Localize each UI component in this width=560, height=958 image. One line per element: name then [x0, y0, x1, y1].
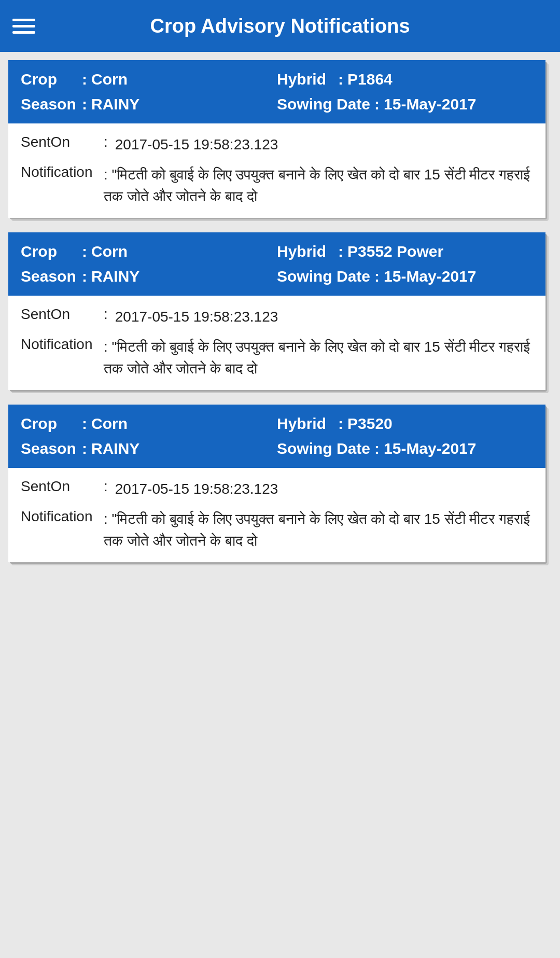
card-3-hybrid-value: P3520: [347, 415, 393, 433]
card-1-crop-field: Crop : Corn: [21, 71, 277, 88]
card-3-body: SentOn : 2017-05-15 19:58:23.123 Notific…: [8, 468, 545, 562]
card-1-sowing-sep: :: [374, 95, 380, 113]
card-1-hybrid-value: P1864: [347, 71, 393, 88]
card-2-senton-row: SentOn : 2017-05-15 19:58:23.123: [21, 306, 533, 328]
card-3-hybrid-label: Hybrid: [277, 415, 334, 433]
card-3-notification-label: Notification: [21, 508, 104, 525]
card-2-crop-label: Crop: [21, 243, 78, 260]
card-1-header: Crop : Corn Hybrid : P1864 Season : RAIN…: [8, 60, 545, 123]
content-area: Crop : Corn Hybrid : P1864 Season : RAIN…: [0, 52, 560, 575]
card-2-season-value: RAINY: [91, 268, 139, 285]
card-1-crop-label: Crop: [21, 71, 78, 88]
hamburger-icon[interactable]: [12, 19, 35, 34]
card-3-season-value: RAINY: [91, 440, 139, 457]
card-3-row-1: Crop : Corn Hybrid : P3520: [21, 415, 533, 433]
card-2-senton-label: SentOn: [21, 306, 104, 323]
card-1-sowing-value: 15-May-2017: [384, 95, 476, 113]
advisory-card-1: Crop : Corn Hybrid : P1864 Season : RAIN…: [8, 60, 545, 218]
card-2-row-1: Crop : Corn Hybrid : P3552 Power: [21, 243, 533, 260]
card-3-sowing-label: Sowing Date: [277, 440, 370, 457]
card-3-hybrid-field: Hybrid : P3520: [277, 415, 533, 433]
card-1-row-1: Crop : Corn Hybrid : P1864: [21, 71, 533, 88]
card-1-senton-label: SentOn: [21, 134, 104, 150]
card-2-notification-value: : "मिटती को बुवाई के लिए उपयुक्त बनाने क…: [104, 336, 533, 380]
card-3-header: Crop : Corn Hybrid : P3520 Season : RAIN…: [8, 405, 545, 468]
card-3-senton-sep: :: [104, 478, 108, 495]
card-2-sowing-field: Sowing Date : 15-May-2017: [277, 268, 533, 285]
card-1-senton-sep: :: [104, 134, 108, 150]
card-3-senton-value: 2017-05-15 19:58:23.123: [115, 478, 533, 500]
card-2-crop-sep: :: [82, 243, 87, 260]
card-2-hybrid-sep: :: [338, 243, 343, 260]
card-3-season-sep: :: [82, 440, 87, 457]
card-1-row-2: Season : RAINY Sowing Date : 15-May-2017: [21, 95, 533, 113]
card-1-season-sep: :: [82, 95, 87, 113]
card-2-hybrid-field: Hybrid : P3552 Power: [277, 243, 533, 260]
card-2-season-field: Season : RAINY: [21, 268, 277, 285]
card-1-notification-value: : "मिटती को बुवाई के लिए उपयुक्त बनाने क…: [104, 164, 533, 207]
card-2-row-2: Season : RAINY Sowing Date : 15-May-2017: [21, 268, 533, 285]
card-2-sowing-label: Sowing Date: [277, 268, 370, 285]
card-3-crop-value: Corn: [91, 415, 128, 433]
card-2-hybrid-label: Hybrid: [277, 243, 334, 260]
card-3-hybrid-sep: :: [338, 415, 343, 433]
card-3-crop-field: Crop : Corn: [21, 415, 277, 433]
card-3-notification-value: : "मिटती को बुवाई के लिए उपयुक्त बनाने क…: [104, 508, 533, 552]
card-2-season-sep: :: [82, 268, 87, 285]
card-1-senton-row: SentOn : 2017-05-15 19:58:23.123: [21, 134, 533, 156]
card-3-sowing-sep: :: [374, 440, 380, 457]
card-1-notification-row: Notification : "मिटती को बुवाई के लिए उप…: [21, 164, 533, 207]
card-1-season-value: RAINY: [91, 95, 139, 113]
card-1-crop-sep: :: [82, 71, 87, 88]
card-1-hybrid-label: Hybrid: [277, 71, 334, 88]
card-3-crop-label: Crop: [21, 415, 78, 433]
card-2-sowing-sep: :: [374, 268, 380, 285]
card-2-senton-sep: :: [104, 306, 108, 323]
card-3-notification-row: Notification : "मिटती को बुवाई के लिए उप…: [21, 508, 533, 552]
card-2-season-label: Season: [21, 268, 78, 285]
card-3-season-label: Season: [21, 440, 78, 457]
header: Crop Advisory Notifications: [0, 0, 560, 52]
card-2-header: Crop : Corn Hybrid : P3552 Power Season …: [8, 232, 545, 296]
card-2-crop-value: Corn: [91, 243, 128, 260]
advisory-card-2: Crop : Corn Hybrid : P3552 Power Season …: [8, 232, 545, 390]
card-2-body: SentOn : 2017-05-15 19:58:23.123 Notific…: [8, 296, 545, 390]
header-title: Crop Advisory Notifications: [51, 15, 509, 37]
card-1-crop-value: Corn: [91, 71, 128, 88]
card-2-sowing-value: 15-May-2017: [384, 268, 476, 285]
card-1-senton-value: 2017-05-15 19:58:23.123: [115, 134, 533, 156]
card-2-senton-value: 2017-05-15 19:58:23.123: [115, 306, 533, 328]
card-2-notification-label: Notification: [21, 336, 104, 353]
card-1-season-field: Season : RAINY: [21, 95, 277, 113]
card-1-hybrid-sep: :: [338, 71, 343, 88]
card-3-senton-row: SentOn : 2017-05-15 19:58:23.123: [21, 478, 533, 500]
card-2-crop-field: Crop : Corn: [21, 243, 277, 260]
card-3-sowing-value: 15-May-2017: [384, 440, 476, 457]
card-1-notification-label: Notification: [21, 164, 104, 181]
card-1-sowing-field: Sowing Date : 15-May-2017: [277, 95, 533, 113]
card-1-body: SentOn : 2017-05-15 19:58:23.123 Notific…: [8, 123, 545, 218]
card-1-hybrid-field: Hybrid : P1864: [277, 71, 533, 88]
card-2-notification-row: Notification : "मिटती को बुवाई के लिए उप…: [21, 336, 533, 380]
card-3-crop-sep: :: [82, 415, 87, 433]
app-container: Crop Advisory Notifications Crop : Corn …: [0, 0, 560, 575]
card-2-hybrid-value: P3552 Power: [347, 243, 443, 260]
card-1-season-label: Season: [21, 95, 78, 113]
card-3-sowing-field: Sowing Date : 15-May-2017: [277, 440, 533, 457]
card-3-senton-label: SentOn: [21, 478, 104, 495]
card-3-row-2: Season : RAINY Sowing Date : 15-May-2017: [21, 440, 533, 457]
card-1-sowing-label: Sowing Date: [277, 95, 370, 113]
advisory-card-3: Crop : Corn Hybrid : P3520 Season : RAIN…: [8, 405, 545, 562]
card-3-season-field: Season : RAINY: [21, 440, 277, 457]
